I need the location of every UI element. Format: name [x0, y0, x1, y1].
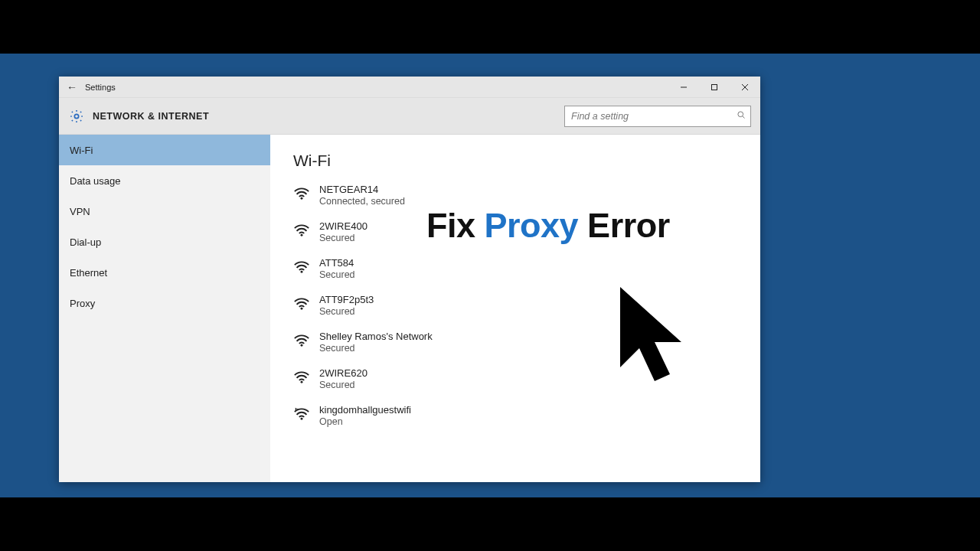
svg-point-13	[301, 418, 303, 420]
svg-text:!: !	[296, 407, 297, 411]
sidebar-item-label: VPN	[70, 206, 90, 217]
network-status: Open	[319, 416, 411, 429]
sidebar-item-label: Data usage	[70, 175, 121, 187]
close-icon	[741, 83, 749, 91]
network-name: kingdomhallguestwifi	[319, 404, 411, 416]
sidebar-item-label: Dial-up	[70, 236, 101, 248]
wifi-icon	[293, 295, 310, 312]
network-status: Connected, secured	[319, 196, 405, 208]
network-name: 2WIRE620	[319, 367, 368, 380]
svg-point-10	[301, 308, 303, 310]
minimize-icon	[680, 83, 688, 91]
window-controls	[668, 77, 760, 97]
network-status: Secured	[319, 343, 433, 355]
wifi-icon	[293, 185, 310, 202]
sidebar-item-dial-up[interactable]: Dial-up	[59, 227, 270, 257]
sidebar-item-wifi[interactable]: Wi-Fi	[59, 135, 270, 165]
sidebar-item-label: Ethernet	[70, 267, 107, 279]
close-button[interactable]	[730, 77, 760, 97]
sidebar-item-label: Proxy	[70, 298, 95, 309]
network-status: Secured	[319, 380, 368, 392]
sidebar-item-proxy[interactable]: Proxy	[59, 288, 270, 318]
sidebar-item-ethernet[interactable]: Ethernet	[59, 257, 270, 288]
back-button[interactable]: ←	[59, 77, 85, 97]
back-arrow-icon: ←	[67, 81, 77, 93]
search-box[interactable]	[564, 106, 751, 127]
network-name: NETGEAR14	[319, 184, 405, 196]
wifi-icon	[293, 259, 310, 276]
network-name: 2WIRE400	[319, 220, 368, 233]
overlay-part1: Fix	[426, 206, 485, 245]
svg-point-12	[301, 381, 303, 383]
window-title: Settings	[85, 83, 116, 92]
wifi-icon	[293, 369, 310, 386]
header-row: NETWORK & INTERNET	[59, 98, 760, 135]
maximize-icon	[710, 83, 718, 91]
svg-point-11	[301, 344, 303, 347]
maximize-button[interactable]	[699, 77, 730, 97]
svg-point-5	[738, 112, 743, 117]
svg-line-6	[743, 116, 745, 119]
titlebar: ← Settings	[59, 77, 760, 98]
sidebar-item-label: Wi-Fi	[70, 145, 93, 156]
sidebar: Wi-Fi Data usage VPN Dial-up Ethernet Pr…	[59, 135, 270, 482]
svg-point-8	[301, 234, 303, 236]
network-status: Secured	[319, 233, 368, 245]
page-title: Wi-Fi	[293, 152, 760, 170]
svg-point-4	[74, 114, 78, 118]
sidebar-item-vpn[interactable]: VPN	[59, 196, 270, 227]
sidebar-item-data-usage[interactable]: Data usage	[59, 165, 270, 196]
overlay-part2: Error	[578, 206, 670, 245]
gear-icon	[68, 108, 85, 125]
svg-rect-1	[712, 84, 717, 90]
settings-window: ← Settings NETWORK & INTERNET	[59, 77, 760, 482]
wifi-icon	[293, 222, 310, 239]
network-name: ATT584	[319, 257, 355, 269]
section-title: NETWORK & INTERNET	[93, 111, 209, 122]
svg-point-7	[301, 197, 303, 200]
wifi-icon	[293, 332, 310, 349]
wifi-open-icon: !	[293, 406, 310, 422]
svg-marker-15	[620, 287, 681, 381]
search-input[interactable]	[571, 111, 737, 122]
overlay-headline: Fix Proxy Error	[426, 206, 670, 246]
network-name: Shelley Ramos's Network	[319, 331, 433, 343]
network-item[interactable]: ! kingdomhallguestwifi Open	[293, 404, 760, 439]
cursor-icon	[612, 283, 697, 390]
overlay-accent: Proxy	[485, 206, 579, 245]
network-name: ATT9F2p5t3	[319, 294, 374, 306]
network-status: Secured	[319, 306, 374, 318]
network-status: Secured	[319, 269, 355, 282]
minimize-button[interactable]	[668, 77, 699, 97]
svg-point-9	[301, 271, 303, 273]
search-icon	[737, 110, 746, 122]
